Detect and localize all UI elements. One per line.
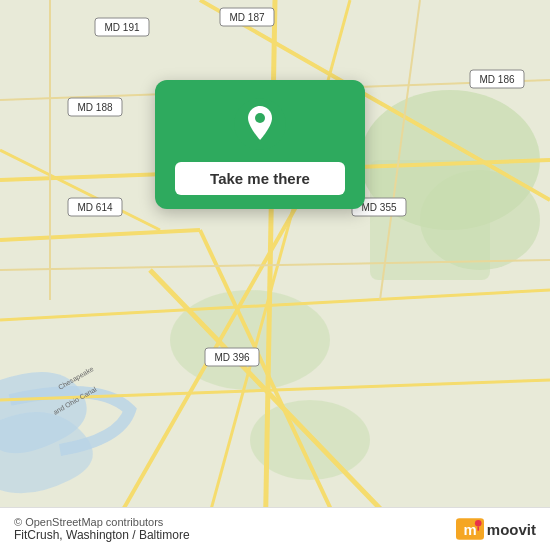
moovit-logo[interactable]: m moovit: [456, 518, 536, 540]
svg-text:MD 188: MD 188: [77, 102, 112, 113]
location-card[interactable]: Take me there: [155, 80, 365, 209]
svg-text:MD 187: MD 187: [229, 12, 264, 23]
svg-point-42: [475, 520, 482, 527]
map-container: MD 191 MD 187 MD 188 MD 186 MD 614 MD 35…: [0, 0, 550, 550]
svg-text:m: m: [463, 522, 476, 538]
location-pin-icon: [234, 98, 286, 150]
svg-text:MD 614: MD 614: [77, 202, 112, 213]
svg-text:MD 186: MD 186: [479, 74, 514, 85]
left-section: © OpenStreetMap contributors FitCrush, W…: [14, 516, 190, 542]
bottom-bar: © OpenStreetMap contributors FitCrush, W…: [0, 507, 550, 550]
osm-attribution: © OpenStreetMap contributors: [14, 516, 190, 528]
app-info: FitCrush, Washington / Baltimore: [14, 528, 190, 542]
svg-text:MD 396: MD 396: [214, 352, 249, 363]
svg-point-39: [255, 113, 265, 123]
moovit-m-icon: m: [456, 518, 484, 540]
svg-text:MD 355: MD 355: [361, 202, 396, 213]
take-me-there-button[interactable]: Take me there: [175, 162, 345, 195]
moovit-brand-text: moovit: [487, 521, 536, 538]
app-name: FitCrush, Washington / Baltimore: [14, 528, 190, 542]
svg-text:MD 191: MD 191: [104, 22, 139, 33]
